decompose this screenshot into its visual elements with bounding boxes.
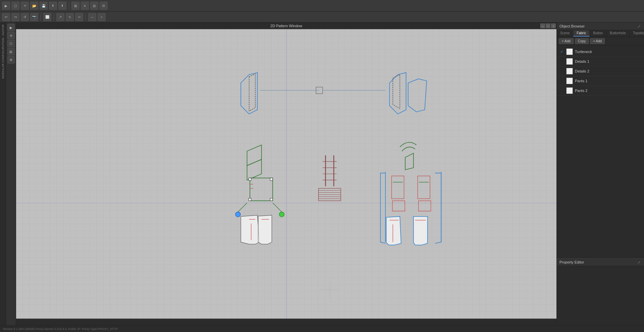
add-fabric-btn[interactable]: + Add	[559, 38, 574, 44]
tab-scene[interactable]: Scene	[557, 30, 573, 37]
label-turtleneck: Turtleneck	[575, 50, 641, 54]
swatch-pants2	[566, 87, 573, 94]
right-arch-top	[400, 142, 416, 147]
label-pants2: Pants 2	[575, 89, 641, 93]
trouser-right-outer	[435, 173, 441, 243]
avatar-label: AVATAR	[1, 24, 5, 36]
object-item-pants1[interactable]: ✓ Pants 1	[557, 76, 644, 86]
right-hip-label1	[392, 201, 405, 211]
cp-br	[270, 198, 272, 201]
extra-view-btn[interactable]: ⊟	[100, 2, 108, 10]
curve-edit-btn[interactable]: ∿	[66, 13, 74, 21]
check-details1: ✓	[559, 59, 564, 64]
add-fabric2-btn[interactable]: + Add	[590, 38, 605, 44]
bottom-status-text: Version 5.1.469 (26636) Proxy Server:3.2…	[3, 327, 118, 331]
redo-btn[interactable]: ↪	[11, 13, 19, 21]
trouser-right-back	[414, 217, 428, 245]
save-file-btn[interactable]: 💾	[40, 2, 48, 10]
copy-fabric-btn[interactable]: Copy	[575, 38, 589, 44]
pattern-window-minimize[interactable]: —	[540, 23, 545, 28]
left-bodice-piece	[250, 178, 273, 201]
seam-btn[interactable]: —	[88, 13, 96, 21]
tab-buttonhole[interactable]: Buttonhole	[606, 30, 630, 37]
right-collar-piece	[389, 73, 406, 114]
object-browser: Object Browser ⤢ Scene Fabric Button But…	[557, 22, 644, 258]
hip-line-right	[273, 203, 283, 213]
pattern-window-title: 2D Pattern Window — □ ×	[16, 22, 556, 29]
layer-tool-btn[interactable]: ▤	[7, 48, 15, 55]
pattern-window-close[interactable]: ×	[551, 23, 556, 28]
swatch-details2	[566, 68, 573, 75]
lasso-tool-btn[interactable]: ⬡	[11, 2, 19, 10]
object-item-pants2[interactable]: ✓ Pants 2	[557, 86, 644, 96]
tab-fabric[interactable]: Fabric	[573, 30, 590, 37]
trouser-left-back	[258, 215, 272, 244]
object-item-turtleneck[interactable]: ✓ Turtleneck	[557, 47, 644, 57]
bottom-status-bar: Version 5.1.469 (26636) Proxy Server:3.2…	[0, 325, 644, 332]
select-tool-btn[interactable]: ▶	[2, 2, 10, 10]
import-btn[interactable]: ⬇	[49, 2, 57, 10]
trouser-right-inner-line	[380, 173, 385, 243]
pattern-title-controls: — □ ×	[540, 22, 556, 29]
trouser-right-front	[386, 217, 401, 245]
open-file-btn[interactable]: 📂	[30, 2, 38, 10]
check-pants1: ✓	[559, 79, 564, 83]
property-editor-content	[557, 266, 644, 325]
toolbar-separator-3	[54, 14, 54, 20]
extra-tool-btn[interactable]: ⊞	[7, 56, 15, 63]
pattern-window[interactable]: 2D Pattern Window — □ ×	[16, 22, 557, 325]
object-list: ✓ Turtleneck ✓ Details 1 ✓ Details 2	[557, 46, 644, 258]
pattern-btn[interactable]: ≈	[98, 13, 106, 21]
right-inner-left	[392, 176, 404, 199]
undo-btn[interactable]: ↩	[2, 13, 10, 21]
right-inner-right	[418, 176, 430, 199]
property-editor-expand-btn[interactable]: ⤢	[637, 260, 641, 265]
right-triangle	[405, 153, 414, 170]
toolbar-separator-2	[41, 14, 41, 20]
tab-button[interactable]: Button	[590, 30, 606, 37]
hip-line-left	[237, 203, 247, 213]
move-tool-btn[interactable]: ✛	[7, 32, 15, 39]
toolbar-separator-1	[69, 2, 69, 9]
tab-topstitch[interactable]: Topstitch	[630, 30, 644, 37]
object-browser-header: Object Browser ⤢	[557, 22, 644, 30]
cp-tl	[249, 178, 251, 180]
object-browser-expand-btn[interactable]: ⤢	[637, 24, 641, 29]
shoulder-node-left	[235, 212, 240, 217]
transform-tool-btn[interactable]: ⟲	[21, 2, 29, 10]
right-hip-label2	[419, 201, 431, 211]
object-item-details2[interactable]: ✓ Details 2	[557, 66, 644, 76]
swatch-turtleneck	[566, 48, 573, 55]
list-view-btn[interactable]: ≡	[81, 2, 89, 10]
flatten-btn[interactable]: ⬜	[43, 13, 51, 21]
bezier-btn[interactable]: ∾	[75, 13, 83, 21]
arrow-edit-btn[interactable]: ↗	[56, 13, 64, 21]
swatch-details1	[566, 58, 573, 65]
tile-view-btn[interactable]: ⊟	[90, 2, 98, 10]
snapshot-btn[interactable]: 📷	[30, 13, 38, 21]
right-arch-inner	[402, 147, 415, 151]
left-tools: ▶ ✛ ⓘ ▤ ⊞	[6, 22, 16, 325]
undo-all-btn[interactable]: ↺	[21, 13, 29, 21]
check-turtleneck: ✓	[559, 49, 564, 54]
right-sleeve-piece	[408, 79, 427, 112]
label-details1: Details 1	[575, 59, 641, 63]
pattern-window-maximize[interactable]: □	[546, 23, 550, 28]
top-toolbar: ▶ ⬡ ⟲ 📂 💾 ⬇ ⬆ ⊞ ≡ ⊟ ⊟	[0, 0, 644, 12]
shoulder-node-right	[279, 212, 284, 217]
pointer-tool-btn[interactable]: ▶	[7, 24, 15, 31]
pattern-pieces-svg	[16, 29, 556, 319]
right-panel: Object Browser ⤢ Scene Fabric Button But…	[557, 22, 644, 325]
left-top-piece2	[247, 159, 262, 180]
left-collar-piece	[241, 73, 257, 114]
main-area: AVATAR MODULAR CONFIGURATION ▶ ✛ ⓘ ▤ ⊞ 2…	[0, 22, 644, 325]
object-browser-title: Object Browser	[559, 24, 585, 28]
export-btn[interactable]: ⬆	[58, 2, 66, 10]
info-tool-btn[interactable]: ⓘ	[7, 40, 15, 47]
swatch-pants1	[566, 78, 573, 84]
object-item-details1[interactable]: ✓ Details 1	[557, 57, 644, 66]
trouser-left-front	[241, 215, 259, 244]
second-toolbar: ↩ ↪ ↺ 📷 ⬜ ↗ ∿ ∾ — ≈	[0, 12, 644, 22]
pattern-canvas[interactable]	[16, 29, 556, 319]
grid-view-btn[interactable]: ⊞	[71, 2, 79, 10]
